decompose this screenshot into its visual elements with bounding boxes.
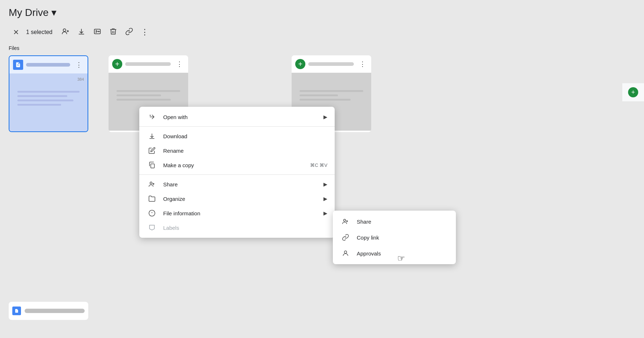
make-copy-icon: [147, 161, 157, 169]
labels-icon: [147, 224, 157, 231]
divider-2: [139, 174, 335, 175]
svg-marker-7: [149, 225, 154, 230]
menu-item-share[interactable]: Share ▶: [139, 177, 335, 191]
menu-item-download[interactable]: Download: [139, 129, 335, 143]
svg-point-8: [344, 219, 346, 221]
open-with-label: Open with: [163, 114, 323, 120]
share-sub-menu: Share Copy link Approvals: [333, 211, 456, 264]
context-menu: Open with ▶ Download Rename Make a copy …: [139, 107, 335, 238]
share-sub-icon: [340, 218, 351, 225]
approvals-icon: [340, 250, 351, 257]
svg-point-9: [344, 251, 347, 253]
menu-item-make-copy[interactable]: Make a copy ⌘C ⌘V: [139, 158, 335, 172]
open-with-arrow: ▶: [323, 114, 327, 120]
open-with-icon: [147, 113, 157, 121]
menu-item-rename[interactable]: Rename: [139, 143, 335, 158]
svg-rect-2: [151, 164, 154, 168]
make-copy-shortcut: ⌘C ⌘V: [310, 162, 327, 168]
approvals-label: Approvals: [357, 250, 381, 257]
copy-link-icon: [340, 234, 351, 241]
svg-point-3: [150, 182, 152, 184]
copy-link-label: Copy link: [357, 235, 379, 241]
organize-label: Organize: [163, 196, 323, 202]
menu-item-file-info[interactable]: File information ▶: [139, 206, 335, 220]
rename-icon: [147, 147, 157, 154]
share-sub-label: Share: [357, 219, 371, 225]
menu-item-labels[interactable]: Labels: [139, 220, 335, 235]
download-label: Download: [163, 133, 327, 139]
menu-item-organize[interactable]: Organize ▶: [139, 191, 335, 206]
divider-1: [139, 126, 335, 127]
organize-icon: [147, 195, 157, 202]
share-arrow: ▶: [323, 181, 327, 187]
sub-menu-item-approvals[interactable]: Approvals: [333, 245, 456, 261]
organize-arrow: ▶: [323, 196, 327, 202]
menu-item-open-with[interactable]: Open with ▶: [139, 110, 335, 124]
make-copy-label: Make a copy: [163, 162, 310, 168]
labels-label: Labels: [163, 225, 327, 231]
sub-menu-item-share[interactable]: Share: [333, 214, 456, 229]
file-info-icon: [147, 210, 157, 217]
file-info-label: File information: [163, 210, 323, 216]
share-label: Share: [163, 181, 323, 187]
share-menu-icon: [147, 181, 157, 188]
rename-label: Rename: [163, 148, 327, 154]
download-menu-icon: [147, 132, 157, 140]
file-info-arrow: ▶: [323, 210, 327, 216]
sub-menu-item-copy-link[interactable]: Copy link: [333, 229, 456, 245]
